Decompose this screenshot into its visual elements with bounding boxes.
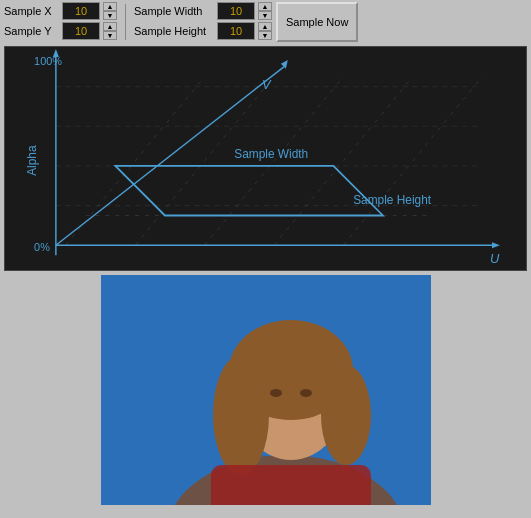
svg-text:Sample Width: Sample Width	[234, 147, 308, 161]
sample-width-label: Sample Width	[134, 5, 214, 17]
divider	[125, 4, 126, 40]
xy-controls: Sample X ▲ ▼ Sample Y ▲ ▼	[4, 2, 117, 42]
sample-width-down[interactable]: ▼	[258, 11, 272, 20]
sample-height-spinner: ▲ ▼	[258, 22, 272, 40]
sample-width-row: Sample Width ▲ ▼	[134, 2, 272, 20]
svg-rect-35	[211, 465, 371, 505]
svg-point-31	[213, 355, 269, 475]
sample-x-up[interactable]: ▲	[103, 2, 117, 11]
sample-height-down[interactable]: ▼	[258, 31, 272, 40]
svg-point-32	[321, 365, 371, 465]
svg-text:U: U	[490, 251, 500, 266]
sample-image-area: x(Sample X, Sample Y) Sample Width	[101, 275, 431, 505]
sample-y-spinner: ▲ ▼	[103, 22, 117, 40]
svg-text:Sample Height: Sample Height	[353, 193, 432, 207]
sample-y-up[interactable]: ▲	[103, 22, 117, 31]
sample-x-label: Sample X	[4, 5, 59, 17]
video-frame: x(Sample X, Sample Y) Sample Width	[101, 275, 431, 505]
uv-chart: 100% 0% U V Alpha Sample Width Sample He…	[4, 46, 527, 271]
sample-y-down[interactable]: ▼	[103, 31, 117, 40]
top-control-bar: Sample X ▲ ▼ Sample Y ▲ ▼ Sample Width ▲…	[0, 0, 531, 44]
sample-y-label: Sample Y	[4, 25, 59, 37]
sample-height-up[interactable]: ▲	[258, 22, 272, 31]
sample-x-down[interactable]: ▼	[103, 11, 117, 20]
sample-x-row: Sample X ▲ ▼	[4, 2, 117, 20]
sample-y-input[interactable]	[62, 22, 100, 40]
sample-y-row: Sample Y ▲ ▼	[4, 22, 117, 40]
sample-height-label: Sample Height	[134, 25, 214, 37]
frame-svg: x(Sample X, Sample Y) Sample Width	[101, 275, 431, 505]
sample-x-spinner: ▲ ▼	[103, 2, 117, 20]
sample-now-button[interactable]: Sample Now	[276, 2, 358, 42]
svg-text:0%: 0%	[34, 241, 50, 253]
svg-text:100%: 100%	[34, 55, 62, 67]
svg-text:Alpha: Alpha	[25, 145, 39, 176]
chart-svg: 100% 0% U V Alpha Sample Width Sample He…	[5, 47, 526, 270]
sample-width-input[interactable]	[217, 2, 255, 20]
wh-controls: Sample Width ▲ ▼ Sample Height ▲ ▼	[134, 2, 272, 42]
sample-width-spinner: ▲ ▼	[258, 2, 272, 20]
svg-point-33	[270, 389, 282, 397]
svg-point-34	[300, 389, 312, 397]
sample-height-row: Sample Height ▲ ▼	[134, 22, 272, 40]
sample-x-input[interactable]	[62, 2, 100, 20]
svg-text:V: V	[262, 77, 272, 92]
sample-width-up[interactable]: ▲	[258, 2, 272, 11]
sample-height-input[interactable]	[217, 22, 255, 40]
